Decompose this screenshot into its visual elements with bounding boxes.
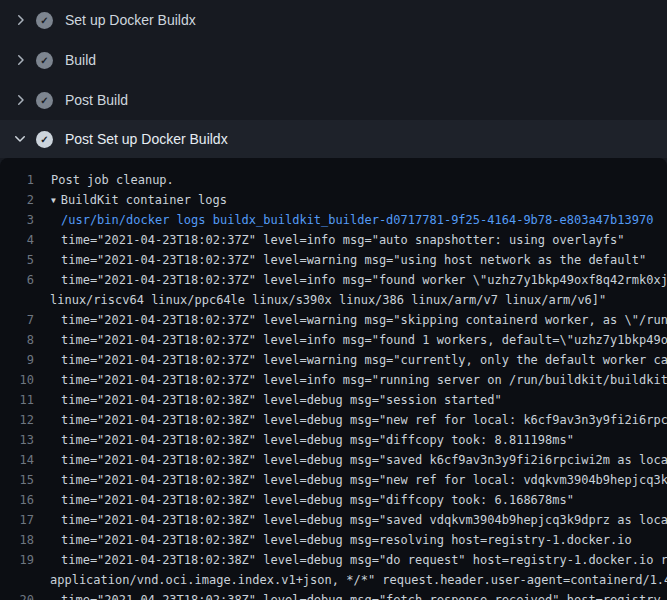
log-text: time="2021-04-23T18:02:38Z" level=debug … [34,390,502,410]
log-text: time="2021-04-23T18:02:37Z" level=info m… [34,370,667,390]
log-text: time="2021-04-23T18:02:38Z" level=debug … [34,510,667,530]
log-line: 9time="2021-04-23T18:02:37Z" level=warni… [0,350,667,370]
chevron-right-icon [12,92,28,108]
log-line: 12time="2021-04-23T18:02:38Z" level=debu… [0,410,667,430]
check-circle-icon: ✓ [36,12,53,29]
line-number[interactable]: 7 [0,310,34,330]
line-number[interactable]: 9 [0,350,34,370]
line-number[interactable]: 20 [0,590,34,600]
line-number[interactable]: 5 [0,250,34,270]
line-number[interactable]: 17 [0,510,34,530]
line-number[interactable]: 8 [0,330,34,350]
steps-list: ✓ Set up Docker Buildx ✓ Build ✓ Post Bu… [0,0,667,158]
chevron-down-icon [12,131,28,147]
log-line: 15time="2021-04-23T18:02:38Z" level=debu… [0,470,667,490]
log-line: 13time="2021-04-23T18:02:38Z" level=debu… [0,430,667,450]
log-text: time="2021-04-23T18:02:38Z" level=debug … [34,410,667,430]
line-number[interactable]: 3 [0,210,34,230]
step-set-up-docker-buildx[interactable]: ✓ Set up Docker Buildx [0,0,667,40]
log-group-header[interactable]: 2▼BuildKit container logs [0,190,667,210]
command-text: /usr/bin/docker logs buildx_buildkit_bui… [34,210,653,230]
log-line: 17time="2021-04-23T18:02:38Z" level=debu… [0,510,667,530]
log-line: 14time="2021-04-23T18:02:38Z" level=debu… [0,450,667,470]
step-label: Set up Docker Buildx [65,12,196,28]
line-number[interactable]: 18 [0,530,34,550]
log-line: 16time="2021-04-23T18:02:38Z" level=debu… [0,490,667,510]
log-text: time="2021-04-23T18:02:38Z" level=debug … [34,530,632,550]
log-text: time="2021-04-23T18:02:38Z" level=debug … [34,550,667,570]
log-text: application/vnd.oci.image.index.v1+json,… [34,570,667,590]
log-line: 8time="2021-04-23T18:02:37Z" level=info … [0,330,667,350]
line-number[interactable]: 13 [0,430,34,450]
log-line: 5time="2021-04-23T18:02:37Z" level=warni… [0,250,667,270]
line-number[interactable]: 1 [0,170,34,190]
line-number[interactable]: 6 [0,270,34,290]
log-text: time="2021-04-23T18:02:37Z" level=warnin… [34,250,646,270]
line-number[interactable]: 11 [0,390,34,410]
log-text: time="2021-04-23T18:02:37Z" level=info m… [34,270,667,290]
check-circle-icon: ✓ [36,52,53,69]
log-line: 11time="2021-04-23T18:02:38Z" level=debu… [0,390,667,410]
step-build[interactable]: ✓ Build [0,40,667,80]
log-text: linux/riscv64 linux/ppc64le linux/s390x … [34,290,606,310]
log-line: 4time="2021-04-23T18:02:37Z" level=info … [0,230,667,250]
log-line: 10time="2021-04-23T18:02:37Z" level=info… [0,370,667,390]
line-number[interactable]: 16 [0,490,34,510]
line-number[interactable]: 15 [0,470,34,490]
log-text: time="2021-04-23T18:02:38Z" level=debug … [34,450,667,470]
log-text: time="2021-04-23T18:02:37Z" level=warnin… [34,310,667,330]
log-text: time="2021-04-23T18:02:37Z" level=info m… [34,230,625,250]
log-line: 3/usr/bin/docker logs buildx_buildkit_bu… [0,210,667,230]
line-number[interactable]: 19 [0,550,34,570]
log-text: time="2021-04-23T18:02:37Z" level=info m… [34,330,667,350]
step-label: Build [65,52,96,68]
line-number-spacer [0,570,34,590]
chevron-right-icon [12,52,28,68]
log-area: 1Post job cleanup.2▼BuildKit container l… [0,158,667,600]
log-line: 19time="2021-04-23T18:02:38Z" level=debu… [0,550,667,570]
log-line: 7time="2021-04-23T18:02:37Z" level=warni… [0,310,667,330]
line-number[interactable]: 14 [0,450,34,470]
step-label: Post Build [65,92,128,108]
check-circle-icon: ✓ [36,131,53,148]
log-text: Post job cleanup. [34,170,174,190]
chevron-right-icon [12,12,28,28]
log-line: 1Post job cleanup. [0,170,667,190]
log-line: 18time="2021-04-23T18:02:38Z" level=debu… [0,530,667,550]
log-text: time="2021-04-23T18:02:38Z" level=debug … [34,470,667,490]
log-line-continuation: application/vnd.oci.image.index.v1+json,… [0,570,667,590]
log-line: 6time="2021-04-23T18:02:37Z" level=info … [0,270,667,290]
step-post-build[interactable]: ✓ Post Build [0,80,667,120]
triangle-down-icon: ▼ [51,196,56,205]
line-number[interactable]: 12 [0,410,34,430]
log-text: time="2021-04-23T18:02:38Z" level=debug … [34,490,574,510]
log-text: time="2021-04-23T18:02:38Z" level=debug … [34,590,667,600]
line-number[interactable]: 4 [0,230,34,250]
log-line: 20time="2021-04-23T18:02:38Z" level=debu… [0,590,667,600]
line-number[interactable]: 10 [0,370,34,390]
log-line-continuation: linux/riscv64 linux/ppc64le linux/s390x … [0,290,667,310]
log-text: time="2021-04-23T18:02:38Z" level=debug … [34,430,574,450]
step-post-set-up-docker-buildx[interactable]: ✓ Post Set up Docker Buildx [0,120,667,158]
log-text: time="2021-04-23T18:02:37Z" level=warnin… [34,350,667,370]
line-number[interactable]: 2 [0,190,34,210]
line-number-spacer [0,290,34,310]
step-label: Post Set up Docker Buildx [65,131,228,147]
check-circle-icon: ✓ [36,92,53,109]
log-text: ▼BuildKit container logs [34,190,227,210]
